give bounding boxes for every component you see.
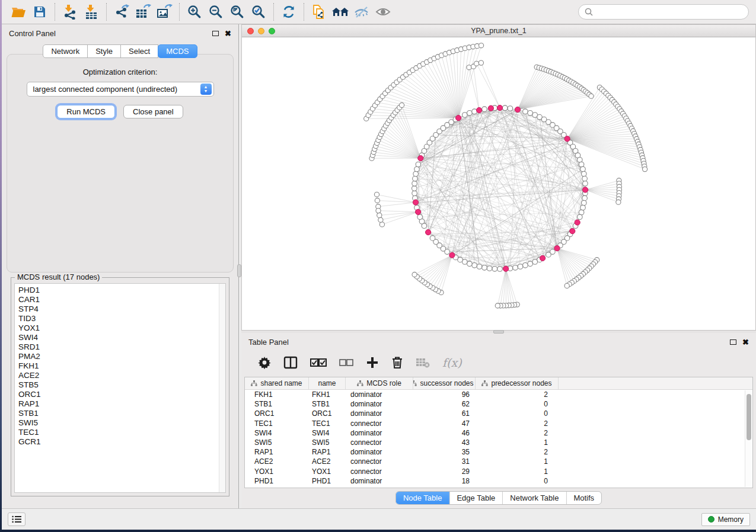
list-item[interactable]: GCR1 [15,437,225,447]
table-row[interactable]: YOX1YOX1connector291 [245,467,752,476]
tab-network[interactable]: Network [43,44,88,58]
list-item[interactable]: TID3 [15,314,225,323]
maximize-window-icon[interactable] [269,28,275,34]
select-all-checkbox-icon[interactable] [310,358,327,367]
list-item[interactable]: PMA2 [15,352,225,361]
table-tabs: Node Table Edge Table Network Table Moti… [395,491,602,505]
table-row[interactable]: ACE2ACE2connector311 [245,457,752,466]
scrollbar-thumb[interactable] [747,394,751,440]
horizontal-split-handle[interactable] [493,330,504,334]
table-row[interactable]: SWI5SWI5connector431 [245,438,752,447]
close-panel-icon[interactable]: ✖ [742,338,749,346]
column-header-successor-nodes[interactable]: successor nodes [413,377,476,389]
tab-style[interactable]: Style [87,44,121,58]
export-table-icon[interactable] [132,2,154,22]
list-item[interactable]: SRD1 [15,342,225,352]
column-header-filler [559,377,752,389]
list-item[interactable]: RAP1 [15,399,225,409]
list-item[interactable]: STB1 [15,409,225,418]
table-row[interactable]: STB1STB1dominator620 [245,399,752,409]
export-image-icon[interactable] [154,2,175,22]
export-network-icon[interactable] [111,2,132,22]
zoom-fit-icon[interactable] [227,2,248,22]
search-box[interactable] [578,4,749,20]
add-column-icon[interactable] [366,356,379,369]
list-item[interactable]: PHD1 [15,286,225,295]
table-header-row: shared name name MCDS role successor nod… [245,377,752,390]
split-panel-icon[interactable] [283,356,298,369]
hide-selected-icon[interactable] [351,2,372,22]
vertical-split-handle[interactable] [237,264,241,277]
tab-node-table[interactable]: Node Table [396,492,449,504]
tab-mcds[interactable]: MCDS [158,44,197,58]
memory-status-icon [708,516,714,523]
column-header-shared-name[interactable]: shared name [245,377,309,389]
list-item[interactable]: STB5 [15,380,225,390]
toolbar-separator [273,3,274,21]
mcds-panel: Optimization criterion: largest connecte… [7,54,234,273]
table-settings-icon[interactable] [258,356,271,369]
control-panel-tabs: Network Style Select MCDS [2,44,238,58]
list-item[interactable]: ORC1 [15,390,225,399]
mcds-result-list[interactable]: PHD1 CAR1 STP4 TID3 YOX1 SWI4 SRD1 PMA2 … [14,283,226,493]
open-file-icon[interactable] [8,2,29,22]
function-builder-icon: f(x) [442,356,462,369]
tab-network-table[interactable]: Network Table [502,492,566,504]
table-row[interactable]: RAP1RAP1dominator352 [245,447,752,457]
list-item[interactable]: ACE2 [15,371,225,380]
result-list-scrollbar[interactable] [219,284,225,492]
table-row[interactable]: TEC1TEC1connector472 [245,419,752,428]
import-table-icon[interactable] [81,2,102,22]
list-item[interactable]: TEC1 [15,428,225,437]
table-row[interactable]: SWI4SWI4dominator462 [245,428,752,438]
memory-button[interactable]: Memory [701,513,750,526]
table-row[interactable]: ORC1ORC1dominator610 [245,409,752,418]
deselect-all-checkbox-icon[interactable] [339,358,353,367]
table-scrollbar[interactable] [745,390,752,487]
column-header-predecessor-nodes[interactable]: predecessor nodes [476,377,559,389]
control-panel: Control Panel ✖ Network Style Select MCD… [2,24,239,508]
toolbar-separator [304,3,304,21]
search-input[interactable] [596,8,742,17]
search-icon [585,8,593,16]
first-neighbors-icon[interactable] [330,2,351,22]
delete-column-icon[interactable] [391,356,403,369]
table-row[interactable]: FKH1FKH1dominator962 [245,390,752,399]
float-panel-icon[interactable] [212,31,219,36]
criterion-select[interactable]: largest connected component (undirected)… [27,82,214,97]
import-network-icon[interactable] [59,2,81,22]
list-item[interactable]: SWI5 [15,418,225,428]
duplicate-network-icon[interactable] [308,2,330,22]
tab-edge-table[interactable]: Edge Table [449,492,502,504]
close-panel-button[interactable]: Close panel [123,105,183,118]
network-window: YPA_prune.txt_1 [241,24,756,331]
tab-motifs[interactable]: Motifs [566,492,601,504]
list-item[interactable]: CAR1 [15,295,225,305]
network-titlebar: YPA_prune.txt_1 [242,25,755,37]
zoom-selected-icon[interactable] [248,2,269,22]
close-panel-icon[interactable]: ✖ [225,30,231,37]
close-window-icon[interactable] [247,28,254,34]
column-header-mcds-role[interactable]: MCDS role [346,377,413,389]
criterion-label: Optimization criterion: [7,68,233,76]
mcds-result-title: MCDS result (17 nodes) [15,273,102,281]
network-canvas[interactable] [242,37,755,330]
show-all-icon[interactable] [372,2,394,22]
zoom-in-icon[interactable] [184,2,205,22]
refresh-icon[interactable] [278,2,299,22]
list-item[interactable]: STP4 [15,305,225,314]
table-row[interactable]: PHD1PHD1dominator180 [245,476,752,486]
zoom-out-icon[interactable] [205,2,227,22]
minimize-window-icon[interactable] [258,28,264,34]
save-session-icon[interactable] [29,2,50,22]
column-header-name[interactable]: name [309,377,346,389]
float-panel-icon[interactable] [730,339,736,345]
run-mcds-button[interactable]: Run MCDS [57,105,115,118]
tab-select[interactable]: Select [120,44,158,58]
task-history-button[interactable] [8,512,25,526]
list-item[interactable]: SWI4 [15,333,225,342]
toolbar-separator [55,3,55,21]
attribute-type-icon [251,380,257,386]
list-item[interactable]: FKH1 [15,361,225,371]
list-item[interactable]: YOX1 [15,323,225,333]
